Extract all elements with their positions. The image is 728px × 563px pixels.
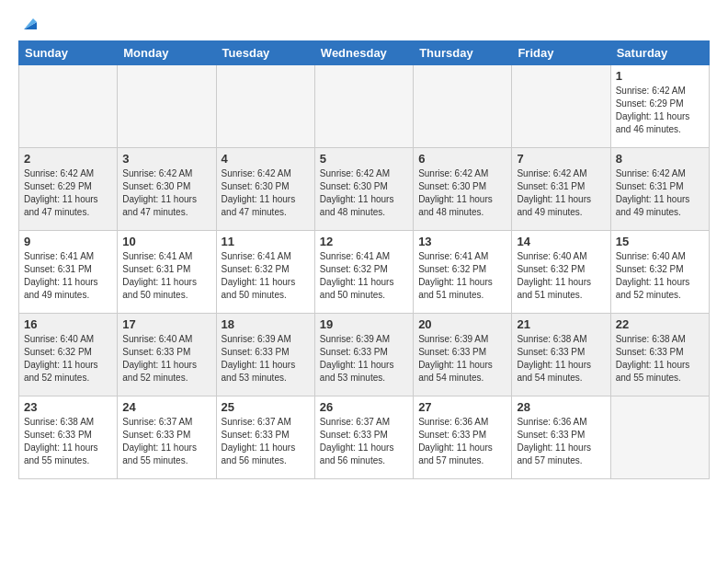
calendar-cell: 8Sunrise: 6:42 AM Sunset: 6:31 PM Daylig… bbox=[610, 148, 709, 231]
day-number: 8 bbox=[616, 152, 704, 166]
day-info: Sunrise: 6:41 AM Sunset: 6:32 PM Dayligh… bbox=[222, 250, 310, 302]
calendar-cell: 10Sunrise: 6:41 AM Sunset: 6:31 PM Dayli… bbox=[118, 231, 216, 314]
calendar-row-1: 2Sunrise: 6:42 AM Sunset: 6:29 PM Daylig… bbox=[19, 148, 710, 231]
calendar-cell: 24Sunrise: 6:37 AM Sunset: 6:33 PM Dayli… bbox=[118, 396, 216, 479]
calendar-cell: 20Sunrise: 6:39 AM Sunset: 6:33 PM Dayli… bbox=[414, 314, 512, 396]
day-number: 3 bbox=[122, 152, 210, 166]
calendar-cell: 21Sunrise: 6:38 AM Sunset: 6:33 PM Dayli… bbox=[512, 314, 610, 396]
weekday-header-wednesday: Wednesday bbox=[314, 41, 413, 65]
day-info: Sunrise: 6:40 AM Sunset: 6:33 PM Dayligh… bbox=[122, 333, 210, 385]
calendar-cell bbox=[414, 65, 512, 148]
day-number: 11 bbox=[222, 235, 310, 248]
weekday-header-sunday: Sunday bbox=[19, 41, 118, 65]
calendar-cell: 27Sunrise: 6:36 AM Sunset: 6:33 PM Dayli… bbox=[414, 396, 512, 479]
day-info: Sunrise: 6:37 AM Sunset: 6:33 PM Dayligh… bbox=[222, 416, 310, 467]
day-info: Sunrise: 6:41 AM Sunset: 6:32 PM Dayligh… bbox=[418, 250, 506, 302]
calendar-cell bbox=[118, 65, 216, 148]
header bbox=[18, 17, 710, 33]
logo-icon bbox=[20, 13, 40, 33]
day-info: Sunrise: 6:39 AM Sunset: 6:33 PM Dayligh… bbox=[320, 333, 408, 385]
calendar-cell bbox=[610, 396, 709, 479]
day-number: 21 bbox=[517, 317, 605, 331]
calendar-cell: 16Sunrise: 6:40 AM Sunset: 6:32 PM Dayli… bbox=[19, 314, 118, 396]
day-info: Sunrise: 6:38 AM Sunset: 6:33 PM Dayligh… bbox=[616, 333, 704, 385]
page: SundayMondayTuesdayWednesdayThursdayFrid… bbox=[0, 0, 728, 496]
weekday-header-tuesday: Tuesday bbox=[216, 41, 314, 65]
day-number: 18 bbox=[222, 317, 310, 331]
calendar-row-3: 16Sunrise: 6:40 AM Sunset: 6:32 PM Dayli… bbox=[19, 314, 710, 396]
calendar-cell: 3Sunrise: 6:42 AM Sunset: 6:30 PM Daylig… bbox=[118, 148, 216, 231]
day-number: 2 bbox=[24, 152, 112, 166]
weekday-header-thursday: Thursday bbox=[414, 41, 512, 65]
calendar-cell: 26Sunrise: 6:37 AM Sunset: 6:33 PM Dayli… bbox=[314, 396, 413, 479]
calendar-cell: 9Sunrise: 6:41 AM Sunset: 6:31 PM Daylig… bbox=[19, 231, 118, 314]
day-number: 4 bbox=[222, 152, 310, 166]
day-number: 5 bbox=[320, 152, 408, 166]
day-number: 15 bbox=[616, 235, 704, 248]
day-info: Sunrise: 6:42 AM Sunset: 6:31 PM Dayligh… bbox=[616, 167, 704, 219]
calendar: SundayMondayTuesdayWednesdayThursdayFrid… bbox=[18, 40, 710, 479]
day-info: Sunrise: 6:41 AM Sunset: 6:31 PM Dayligh… bbox=[24, 250, 112, 302]
day-info: Sunrise: 6:42 AM Sunset: 6:29 PM Dayligh… bbox=[24, 167, 112, 219]
day-info: Sunrise: 6:39 AM Sunset: 6:33 PM Dayligh… bbox=[222, 333, 310, 385]
calendar-cell: 7Sunrise: 6:42 AM Sunset: 6:31 PM Daylig… bbox=[512, 148, 610, 231]
day-info: Sunrise: 6:42 AM Sunset: 6:30 PM Dayligh… bbox=[320, 167, 408, 219]
day-info: Sunrise: 6:41 AM Sunset: 6:31 PM Dayligh… bbox=[122, 250, 210, 302]
day-info: Sunrise: 6:42 AM Sunset: 6:31 PM Dayligh… bbox=[517, 167, 605, 219]
calendar-cell: 18Sunrise: 6:39 AM Sunset: 6:33 PM Dayli… bbox=[216, 314, 314, 396]
calendar-cell: 1Sunrise: 6:42 AM Sunset: 6:29 PM Daylig… bbox=[610, 65, 709, 148]
day-number: 28 bbox=[517, 400, 605, 414]
calendar-cell: 6Sunrise: 6:42 AM Sunset: 6:30 PM Daylig… bbox=[414, 148, 512, 231]
day-info: Sunrise: 6:42 AM Sunset: 6:30 PM Dayligh… bbox=[418, 167, 506, 219]
calendar-cell: 12Sunrise: 6:41 AM Sunset: 6:32 PM Dayli… bbox=[314, 231, 413, 314]
day-number: 9 bbox=[24, 235, 112, 248]
day-info: Sunrise: 6:42 AM Sunset: 6:29 PM Dayligh… bbox=[616, 85, 704, 136]
weekday-header-friday: Friday bbox=[512, 41, 610, 65]
day-number: 27 bbox=[418, 400, 506, 414]
logo-area bbox=[18, 17, 40, 33]
day-number: 12 bbox=[320, 235, 408, 248]
day-number: 24 bbox=[122, 400, 210, 414]
calendar-cell: 22Sunrise: 6:38 AM Sunset: 6:33 PM Dayli… bbox=[610, 314, 709, 396]
calendar-row-4: 23Sunrise: 6:38 AM Sunset: 6:33 PM Dayli… bbox=[19, 396, 710, 479]
day-info: Sunrise: 6:36 AM Sunset: 6:33 PM Dayligh… bbox=[418, 416, 506, 467]
day-info: Sunrise: 6:42 AM Sunset: 6:30 PM Dayligh… bbox=[122, 167, 210, 219]
day-number: 20 bbox=[418, 317, 506, 331]
calendar-cell: 17Sunrise: 6:40 AM Sunset: 6:33 PM Dayli… bbox=[118, 314, 216, 396]
day-number: 1 bbox=[616, 69, 704, 83]
calendar-cell: 2Sunrise: 6:42 AM Sunset: 6:29 PM Daylig… bbox=[19, 148, 118, 231]
calendar-row-2: 9Sunrise: 6:41 AM Sunset: 6:31 PM Daylig… bbox=[19, 231, 710, 314]
calendar-cell: 28Sunrise: 6:36 AM Sunset: 6:33 PM Dayli… bbox=[512, 396, 610, 479]
day-info: Sunrise: 6:38 AM Sunset: 6:33 PM Dayligh… bbox=[24, 416, 112, 467]
day-number: 13 bbox=[418, 235, 506, 248]
day-info: Sunrise: 6:40 AM Sunset: 6:32 PM Dayligh… bbox=[24, 333, 112, 385]
calendar-cell: 25Sunrise: 6:37 AM Sunset: 6:33 PM Dayli… bbox=[216, 396, 314, 479]
day-number: 10 bbox=[122, 235, 210, 248]
weekday-header-row: SundayMondayTuesdayWednesdayThursdayFrid… bbox=[19, 41, 710, 65]
day-info: Sunrise: 6:39 AM Sunset: 6:33 PM Dayligh… bbox=[418, 333, 506, 385]
calendar-cell bbox=[512, 65, 610, 148]
logo-text bbox=[18, 17, 40, 33]
day-info: Sunrise: 6:42 AM Sunset: 6:30 PM Dayligh… bbox=[222, 167, 310, 219]
day-number: 26 bbox=[320, 400, 408, 414]
calendar-cell: 23Sunrise: 6:38 AM Sunset: 6:33 PM Dayli… bbox=[19, 396, 118, 479]
weekday-header-saturday: Saturday bbox=[610, 41, 709, 65]
weekday-header-monday: Monday bbox=[118, 41, 216, 65]
calendar-row-0: 1Sunrise: 6:42 AM Sunset: 6:29 PM Daylig… bbox=[19, 65, 710, 148]
calendar-cell: 4Sunrise: 6:42 AM Sunset: 6:30 PM Daylig… bbox=[216, 148, 314, 231]
day-info: Sunrise: 6:40 AM Sunset: 6:32 PM Dayligh… bbox=[616, 250, 704, 302]
calendar-cell: 19Sunrise: 6:39 AM Sunset: 6:33 PM Dayli… bbox=[314, 314, 413, 396]
day-number: 14 bbox=[517, 235, 605, 248]
calendar-cell: 5Sunrise: 6:42 AM Sunset: 6:30 PM Daylig… bbox=[314, 148, 413, 231]
day-number: 7 bbox=[517, 152, 605, 166]
day-info: Sunrise: 6:38 AM Sunset: 6:33 PM Dayligh… bbox=[517, 333, 605, 385]
day-number: 19 bbox=[320, 317, 408, 331]
day-info: Sunrise: 6:37 AM Sunset: 6:33 PM Dayligh… bbox=[320, 416, 408, 467]
calendar-cell: 15Sunrise: 6:40 AM Sunset: 6:32 PM Dayli… bbox=[610, 231, 709, 314]
day-number: 16 bbox=[24, 317, 112, 331]
calendar-cell: 13Sunrise: 6:41 AM Sunset: 6:32 PM Dayli… bbox=[414, 231, 512, 314]
calendar-cell: 14Sunrise: 6:40 AM Sunset: 6:32 PM Dayli… bbox=[512, 231, 610, 314]
calendar-cell bbox=[216, 65, 314, 148]
day-info: Sunrise: 6:37 AM Sunset: 6:33 PM Dayligh… bbox=[122, 416, 210, 467]
calendar-cell bbox=[19, 65, 118, 148]
